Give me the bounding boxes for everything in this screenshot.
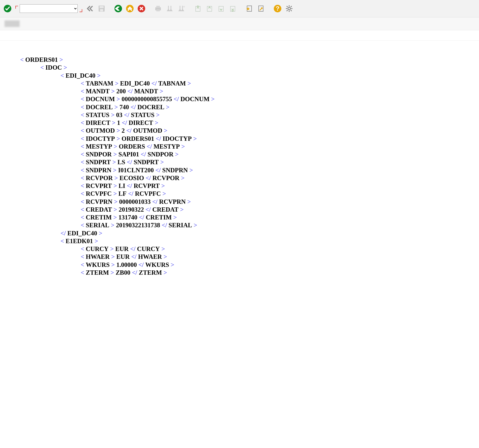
xml-line: < E1EDK01 >: [20, 237, 479, 245]
toolbar: ⌜ ⌟: [0, 0, 479, 17]
exit-green-icon: [114, 5, 122, 13]
xml-field-line: < RCVPOR > ECOSIO </ RCVPOR >: [20, 174, 479, 182]
ok-icon: [4, 5, 12, 13]
page-arrows-3-icon: [217, 5, 225, 12]
xml-field-line: < TABNAM > EDI_DC40 </ TABNAM >: [20, 79, 479, 87]
xml-line: < IDOC >: [20, 64, 479, 71]
save-button[interactable]: [97, 4, 107, 14]
xml-content: < ORDERS01 > < IDOC > < EDI_DC40 > < TAB…: [0, 41, 479, 276]
xml-field-line: < DOCNUM > 0000000000855755 </ DOCNUM >: [20, 95, 479, 103]
cancel-button[interactable]: [136, 4, 146, 14]
svg-line-27: [291, 6, 292, 7]
xml-line: < EDI_DC40 >: [20, 72, 479, 79]
save-icon: [98, 5, 105, 12]
bracket-right-icon: ⌟: [78, 4, 83, 13]
xml-field-line: < DOCREL > 740 </ DOCREL >: [20, 103, 479, 111]
spacer: [0, 30, 479, 41]
up-button[interactable]: [125, 4, 135, 14]
back-button[interactable]: [85, 4, 95, 14]
xml-field-line: < CURCY > EUR </ CURCY >: [20, 245, 479, 253]
xml-field-line: < WKURS > 1.00000 </ WKURS >: [20, 261, 479, 269]
xml-field-line: < IDOCTYP > ORDERS01 </ IDOCTYP >: [20, 135, 479, 143]
find-next-button[interactable]: +: [176, 4, 186, 14]
xml-field-line: < RCVPRT > LI </ RCVPRT >: [20, 182, 479, 190]
page-arrows-4-icon: [229, 5, 236, 12]
xml-field-line: < SNDPRN > I01CLNT200 </ SNDPRN >: [20, 166, 479, 174]
blurred-label: [5, 20, 20, 27]
first-page-button[interactable]: [193, 4, 203, 14]
xml-field-line: < MESTYP > ORDERS </ MESTYP >: [20, 143, 479, 150]
svg-line-26: [291, 10, 292, 11]
svg-line-25: [287, 6, 288, 7]
page-arrows-2-icon: [206, 5, 213, 12]
xml-field-line: < HWAER > EUR </ HWAER >: [20, 253, 479, 261]
svg-rect-9: [156, 9, 160, 11]
xml-field-line: < SNDPOR > SAPI01 </ SNDPOR >: [20, 150, 479, 158]
svg-rect-8: [156, 6, 160, 8]
find-button[interactable]: [165, 4, 175, 14]
up-orange-icon: [126, 5, 134, 13]
xml-field-line: < SERIAL > 20190322131738 </ SERIAL >: [20, 221, 479, 229]
xml-line: </ EDI_DC40 >: [20, 229, 479, 237]
xml-field-line: < DIRECT > 1 </ DIRECT >: [20, 119, 479, 127]
svg-rect-14: [230, 6, 235, 11]
command-field-wrap: ⌜ ⌟: [14, 4, 83, 13]
ok-button[interactable]: [3, 4, 13, 14]
exit-button[interactable]: [113, 4, 123, 14]
xml-field-line: < RCVPFC > LF </ RCVPFC >: [20, 190, 479, 198]
svg-text:?: ?: [276, 5, 280, 12]
xml-field-line: < OUTMOD > 2 </ OUTMOD >: [20, 127, 479, 134]
shortcut-icon: [257, 5, 265, 12]
settings-button[interactable]: [284, 4, 294, 14]
page-arrows-1-icon: [194, 5, 202, 12]
find-icon: [166, 5, 173, 12]
command-field[interactable]: [20, 4, 78, 13]
last-page-button[interactable]: [228, 4, 238, 14]
xml-field-line: < SNDPRT > LS </ SNDPRT >: [20, 158, 479, 166]
double-back-icon: [86, 5, 94, 12]
xml-field-line: < ZTERM > ZB00 </ ZTERM >: [20, 269, 479, 276]
print-button[interactable]: [153, 4, 163, 14]
help-button[interactable]: ?: [273, 4, 283, 14]
favorite-button[interactable]: [244, 4, 254, 14]
xml-field-line: < STATUS > 03 </ STATUS >: [20, 111, 479, 119]
xml-line: < ORDERS01 >: [20, 56, 479, 64]
svg-text:+: +: [183, 5, 185, 9]
svg-rect-3: [100, 9, 103, 11]
bracket-left-icon: ⌜: [14, 4, 19, 13]
print-icon: [154, 5, 162, 12]
find-next-icon: +: [177, 5, 185, 12]
xml-field-line: < RCVPRN > 0000001033 </ RCVPRN >: [20, 198, 479, 206]
settings-icon: [285, 5, 293, 12]
svg-line-28: [287, 10, 288, 11]
help-icon: ?: [274, 5, 282, 13]
prev-page-button[interactable]: [204, 4, 215, 14]
cancel-red-icon: [137, 5, 145, 13]
next-page-button[interactable]: [216, 4, 226, 14]
shortcut-button[interactable]: [256, 4, 266, 14]
xml-field-line: < MANDT > 200 </ MANDT >: [20, 87, 479, 95]
subheader: [0, 17, 479, 30]
svg-point-20: [288, 7, 290, 10]
svg-rect-2: [100, 6, 104, 8]
xml-field-line: < CREDAT > 20190322 </ CREDAT >: [20, 206, 479, 213]
xml-field-line: < CRETIM > 131740 </ CRETIM >: [20, 213, 479, 221]
favorite-icon: [246, 5, 253, 12]
